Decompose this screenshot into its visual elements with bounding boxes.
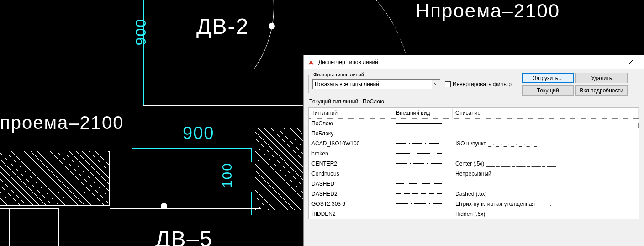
linetype-name: ПоБлоку [310,130,394,137]
col-appearance[interactable]: Внешний вид [393,108,453,118]
invert-filter-checkbox[interactable]: Инвертировать фильтр [445,81,512,87]
linetype-name: ACAD_ISO10W100 [310,140,394,147]
linetype-manager-dialog: Диспетчер типов линий Фильтры типов лини… [303,55,644,246]
dialog-titlebar[interactable]: Диспетчер типов линий [304,55,644,69]
linetype-sample [394,123,454,124]
linetype-desc: Center (.5x) ___ _ ___ _ ___ _ ___ _ ___ [454,160,638,167]
linetype-name: DASHED2 [310,191,394,197]
table-row[interactable]: ContinuousНепрерывный [309,169,639,179]
linetype-sample [394,203,454,204]
table-header: Тип линий Внешний вид Описание [309,108,639,118]
linetype-name: ПоСлою [310,120,394,127]
linetype-desc: ISO ш/пункт. _ . _ . _ . _ . _ . _ . _ [454,140,638,147]
linetype-sample [394,153,454,154]
linetype-desc: Hidden (.5x) __ __ __ __ __ __ __ __ __ [454,211,638,217]
filter-dropdown-value: Показать все типы линий [315,81,379,87]
delete-button[interactable]: Удалить [575,73,627,83]
table-row[interactable]: DASHED__ __ __ __ __ __ __ __ __ __ __ _… [309,179,639,189]
close-icon [628,60,633,64]
dialog-title: Диспетчер типов линий [318,59,622,65]
linetype-sample [394,174,454,174]
linetype-name: CENTER2 [310,160,394,167]
cad-label-hproema-left: проема–2100 [0,112,124,133]
linetype-desc: Dashed (.5x) _ _ _ _ _ _ _ _ _ _ _ _ _ _… [454,191,638,197]
linetype-name: HIDDEN2 [310,211,394,217]
invert-filter-label: Инвертировать фильтр [453,81,512,87]
table-body: ПоСлоюПоБлокуACAD_ISO10W100ISO ш/пункт. … [309,118,639,219]
linetype-sample [394,193,454,194]
linetype-desc: Штрих-пунктирная утолщенная ____ . ____ [454,201,638,207]
cad-label-hproema-top: Нпроема–2100 [416,0,560,22]
linetype-desc: __ __ __ __ __ __ __ __ __ __ __ __ __ _ [454,181,638,187]
linetype-sample [394,183,454,184]
current-button[interactable]: Текущий [522,85,574,96]
linetype-desc: Непрерывный [454,171,638,177]
current-linetype-label: Текущий тип линий: ПоСлою [308,96,639,106]
details-button[interactable]: Вкл подробности [575,85,627,96]
linetype-sample [394,143,454,144]
linetype-name: GOST2.303 6 [310,201,394,207]
table-row[interactable]: HIDDEN2Hidden (.5x) __ __ __ __ __ __ __… [309,209,639,219]
cad-label-dv5: ДВ–5 [155,226,213,246]
close-button[interactable] [622,56,640,69]
col-name[interactable]: Тип линий [309,108,393,118]
linetype-name: Continuous [310,171,394,177]
table-row[interactable]: ПоБлоку [309,128,639,139]
chevron-down-icon [432,80,440,89]
dialog-buttons: Загрузить... Удалить Текущий Вкл подробн… [522,73,628,96]
filter-dropdown[interactable]: Показать все типы линий [312,79,440,89]
filters-group: Фильтры типов линий Показать все типы ли… [308,75,518,93]
table-row[interactable]: DASHED2Dashed (.5x) _ _ _ _ _ _ _ _ _ _ … [309,189,639,199]
linetype-sample [394,214,454,214]
table-row[interactable]: CENTER2Center (.5x) ___ _ ___ _ ___ _ __… [309,159,639,169]
load-button[interactable]: Загрузить... [522,73,574,83]
table-row[interactable]: GOST2.303 6Штрих-пунктирная утолщенная _… [309,199,639,209]
checkbox-icon [445,81,451,87]
linetype-name: broken [310,150,394,157]
filters-group-label: Фильтры типов линий [311,72,366,77]
autocad-icon [307,59,315,66]
table-row[interactable]: broken [309,149,639,159]
table-row[interactable]: ПоСлою [309,118,639,128]
linetype-sample [394,163,454,164]
table-row[interactable]: ACAD_ISO10W100ISO ш/пункт. _ . _ . _ . _… [309,139,639,149]
col-description[interactable]: Описание [453,108,639,118]
linetype-name: DASHED [310,181,394,187]
linetype-table: Тип линий Внешний вид Описание ПоСлоюПоБ… [308,107,639,219]
